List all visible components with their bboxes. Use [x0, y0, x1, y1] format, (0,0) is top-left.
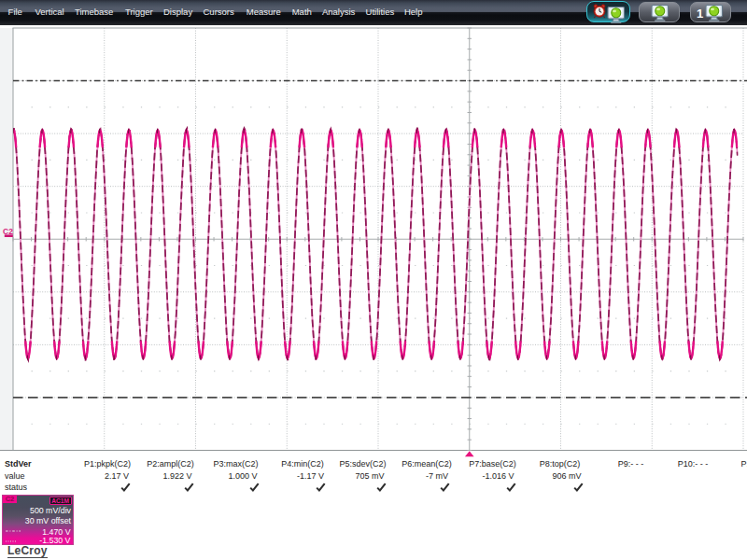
svg-text:C2: C2	[3, 227, 13, 236]
